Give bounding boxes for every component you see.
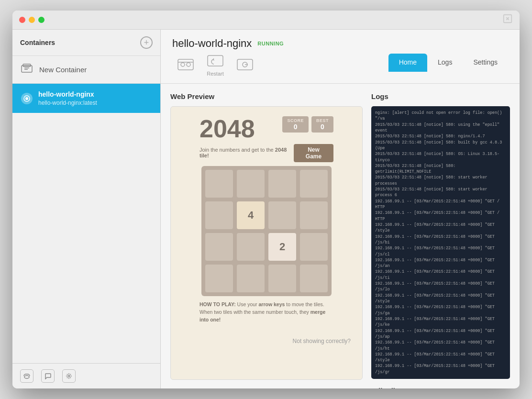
- preview-title: Web Preview: [170, 92, 363, 100]
- title-row: hello-world-nginx RUNNING: [172, 37, 284, 50]
- app-body: Containers + New Container: [12, 30, 520, 388]
- new-container-icon: [21, 64, 33, 76]
- svg-rect-9: [178, 59, 193, 70]
- game-title: 2048: [200, 116, 255, 141]
- svg-point-8: [68, 375, 70, 377]
- tile-2-1: [237, 233, 265, 261]
- files-panel: Edit Files website_files Change Folders: [371, 387, 510, 388]
- tile-1-2: [268, 201, 296, 229]
- tile-1-1: 4: [237, 201, 265, 229]
- tile-3-3: [300, 265, 328, 292]
- toolbar: Restart: [172, 53, 284, 83]
- stop-toolbar-btn[interactable]: [232, 56, 258, 75]
- game-header: 2048 SCORE 0 BEST 0: [200, 116, 333, 141]
- score-box: SCORE 0: [282, 116, 309, 133]
- sidebar-header: Containers +: [12, 30, 160, 56]
- tile-1-3: [300, 201, 328, 229]
- main-content: hello-world-nginx RUNNING: [161, 30, 520, 388]
- close-button[interactable]: [19, 17, 25, 23]
- minimize-button[interactable]: [29, 17, 35, 23]
- files-title: Edit Files: [371, 387, 510, 388]
- tab-logs[interactable]: Logs: [427, 54, 463, 72]
- game-subtitle: Join the numbers and get to the 2048 til…: [200, 147, 294, 158]
- score-label: SCORE: [287, 118, 304, 123]
- score-value: 0: [287, 123, 304, 131]
- preview-panel: Web Preview 2048 SCORE 0: [170, 92, 363, 380]
- page-title: hello-world-nginx: [172, 37, 252, 50]
- not-showing-text[interactable]: Not showing correctly?: [170, 336, 357, 346]
- svg-point-6: [25, 97, 28, 100]
- sidebar: Containers + New Container: [12, 30, 161, 388]
- content-area: Web Preview 2048 SCORE 0: [161, 84, 520, 388]
- tile-0-0: [205, 170, 233, 198]
- status-badge: RUNNING: [257, 41, 284, 46]
- tile-3-1: [237, 265, 265, 292]
- maximize-button[interactable]: [38, 17, 44, 23]
- web-preview-frame: 2048 SCORE 0 BEST 0: [170, 106, 363, 380]
- titlebar: [12, 11, 520, 30]
- game-board: 4 2: [201, 166, 332, 296]
- container-list-item[interactable]: hello-world-nginx hello-world-nginx:late…: [12, 84, 160, 113]
- container-item-name: hello-world-nginx: [38, 90, 97, 98]
- svg-rect-12: [208, 55, 223, 66]
- view-toolbar-btn[interactable]: [172, 56, 199, 75]
- restart-toolbar-btn[interactable]: Restart: [202, 53, 229, 78]
- tab-home[interactable]: Home: [388, 54, 427, 72]
- add-container-button[interactable]: +: [140, 36, 153, 49]
- tile-2-3: [300, 233, 328, 261]
- logs-panel: Logs nginx: [alert] could not open error…: [371, 92, 510, 379]
- tile-2-0: [205, 233, 233, 261]
- tab-settings[interactable]: Settings: [463, 54, 508, 72]
- container-running-icon: [21, 93, 33, 104]
- score-boxes: SCORE 0 BEST 0: [282, 116, 333, 133]
- logs-content[interactable]: nginx: [alert] could not open error log …: [371, 106, 510, 379]
- logs-title: Logs: [371, 92, 510, 100]
- container-item-info: hello-world-nginx hello-world-nginx:late…: [38, 90, 97, 106]
- tile-0-2: [268, 170, 296, 198]
- tile-0-3: [300, 170, 328, 198]
- new-game-button[interactable]: New Game: [294, 144, 333, 162]
- best-box: BEST 0: [311, 116, 333, 133]
- best-value: 0: [316, 123, 329, 131]
- settings-icon[interactable]: [62, 369, 76, 383]
- game-2048: 2048 SCORE 0 BEST 0: [171, 107, 362, 333]
- tab-bar: Home Logs Settings: [388, 49, 508, 72]
- tile-3-2: [268, 265, 296, 292]
- svg-point-10: [181, 63, 185, 66]
- container-item-tag: hello-world-nginx:latest: [38, 100, 97, 106]
- best-label: BEST: [316, 118, 329, 123]
- sidebar-footer: [12, 363, 160, 388]
- chat-icon[interactable]: [41, 369, 55, 383]
- restart-label: Restart: [207, 71, 223, 77]
- right-panels: Logs nginx: [alert] could not open error…: [371, 92, 510, 380]
- tile-0-1: [237, 170, 265, 198]
- main-window: Containers + New Container: [12, 11, 520, 388]
- svg-point-7: [24, 376, 29, 378]
- traffic-lights: [19, 17, 44, 23]
- main-header: hello-world-nginx RUNNING: [161, 30, 520, 84]
- tile-3-0: [205, 265, 233, 292]
- svg-point-11: [187, 63, 190, 66]
- how-to-play: HOW TO PLAY: Use your arrow keys to move…: [200, 301, 333, 323]
- sidebar-title: Containers: [20, 39, 55, 46]
- tile-1-0: [205, 201, 233, 229]
- kitematic-icon: [502, 13, 513, 26]
- new-container-item[interactable]: New Container: [12, 56, 160, 84]
- tile-2-2: 2: [268, 233, 296, 261]
- docker-icon[interactable]: [20, 369, 33, 383]
- new-container-label: New Container: [39, 66, 87, 74]
